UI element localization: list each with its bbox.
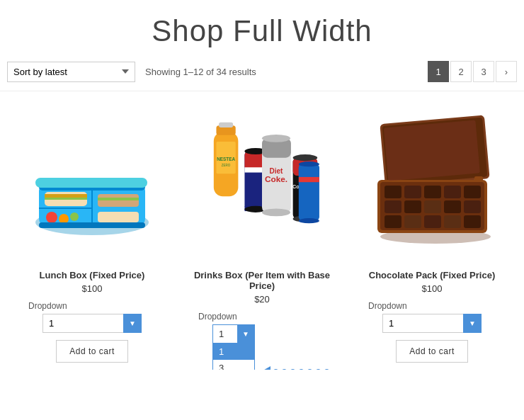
product-card-lunch-box: Lunch Box (Fixed Price) $100 Dropdown 12… <box>14 106 170 363</box>
svg-point-43 <box>299 161 319 166</box>
arrow-dot-1 <box>273 369 279 370</box>
qty-select-choc-pack[interactable]: 12345 <box>382 314 482 333</box>
qty-dropdown-choc-pack: 12345 <box>382 314 482 333</box>
arrow-pointer <box>261 366 330 370</box>
svg-rect-57 <box>404 200 421 213</box>
svg-rect-7 <box>45 194 87 198</box>
arrow-dot-6 <box>315 369 321 370</box>
trigger-arrow-drinks-box: ▼ <box>237 325 254 343</box>
product-card-choc-pack: Chocolate Pack (Fixed Price) $100 Dropdo… <box>354 106 510 363</box>
arrow-dot-3 <box>290 369 296 370</box>
svg-rect-63 <box>424 215 441 228</box>
arrow-head-icon <box>261 366 270 370</box>
svg-rect-65 <box>464 215 481 228</box>
svg-rect-58 <box>424 200 441 213</box>
qty-option-3[interactable]: 3 <box>213 360 254 370</box>
page-title: Shop Full Width <box>0 0 524 61</box>
add-to-cart-choc-pack[interactable]: Add to cart <box>396 340 468 363</box>
page-btn-2[interactable]: 2 <box>450 61 472 82</box>
svg-text:ZERO: ZERO <box>222 164 231 167</box>
sort-dropdown-container: Sort by latest Sort by price: low to hig… <box>7 62 135 82</box>
svg-text:NESTEA: NESTEA <box>217 157 235 161</box>
toolbar: Sort by latest Sort by price: low to hig… <box>0 61 524 91</box>
qty-dropdown-lunch-box: 12345 <box>42 314 142 333</box>
toolbar-left: Sort by latest Sort by price: low to hig… <box>7 62 256 82</box>
arrow-dot-2 <box>281 369 287 370</box>
add-to-cart-lunch-box[interactable]: Add to cart <box>56 340 128 363</box>
page-btn-3[interactable]: 3 <box>473 61 494 82</box>
arrow-dot-7 <box>324 369 330 370</box>
svg-point-32 <box>262 135 290 142</box>
svg-rect-54 <box>444 186 461 198</box>
product-image-choc-pack <box>361 106 503 261</box>
page-btn-1[interactable]: 1 <box>428 61 449 82</box>
svg-point-38 <box>293 154 318 161</box>
svg-rect-14 <box>35 178 147 188</box>
product-name-drinks-box: Drinks Box (Per Item with Base Price) <box>184 270 340 291</box>
svg-rect-62 <box>404 215 421 228</box>
product-image-lunch-box <box>21 106 163 261</box>
svg-text:Coke.: Coke. <box>265 174 287 184</box>
results-text: Showing 1–12 of 34 results <box>145 67 256 77</box>
trigger-arrow-icon: ▼ <box>242 330 249 338</box>
svg-rect-55 <box>464 186 481 198</box>
svg-point-9 <box>59 214 69 224</box>
svg-rect-59 <box>444 200 461 213</box>
products-grid: Lunch Box (Fixed Price) $100 Dropdown 12… <box>0 91 524 370</box>
page-btn-next[interactable]: › <box>496 61 517 82</box>
dropdown-label-drinks-box: Dropdown <box>184 312 237 322</box>
qty-select-lunch-box[interactable]: 12345 <box>42 314 142 333</box>
product-name-lunch-box: Lunch Box (Fixed Price) <box>40 270 145 280</box>
svg-point-10 <box>70 212 79 221</box>
svg-rect-56 <box>385 200 401 213</box>
svg-rect-18 <box>219 123 233 127</box>
product-card-drinks-box: NESTEA ZERO Diet Coke. Coca-Cola <box>184 106 340 363</box>
svg-rect-13 <box>98 212 139 222</box>
svg-rect-15 <box>39 222 145 228</box>
svg-rect-53 <box>424 186 441 198</box>
arrow-dot-5 <box>307 369 313 370</box>
product-image-drinks-box: NESTEA ZERO Diet Coke. Coca-Cola <box>191 106 333 261</box>
svg-rect-42 <box>299 177 319 182</box>
svg-point-33 <box>262 208 290 216</box>
dropdown-label-choc-pack: Dropdown <box>354 301 407 311</box>
dropdown-label-lunch-box: Dropdown <box>14 301 67 311</box>
svg-rect-60 <box>464 200 481 213</box>
qty-dropdown-drinks-box-trigger: 1 ▼ 1 3 5 7 9 11 13 15 <box>212 324 312 344</box>
svg-rect-61 <box>385 215 401 228</box>
svg-rect-66 <box>384 120 480 181</box>
svg-rect-64 <box>444 215 461 228</box>
product-price-lunch-box: $100 <box>82 283 103 294</box>
sort-select[interactable]: Sort by latest Sort by price: low to hig… <box>7 62 135 82</box>
product-name-choc-pack: Chocolate Pack (Fixed Price) <box>369 270 495 280</box>
qty-trigger-drinks-box[interactable]: 1 ▼ <box>212 324 255 344</box>
arrow-dots <box>273 369 330 370</box>
pagination: 1 2 3 › <box>428 61 517 82</box>
svg-rect-51 <box>385 186 401 198</box>
qty-option-1[interactable]: 1 <box>213 344 254 360</box>
svg-rect-12 <box>98 198 139 200</box>
arrow-dot-4 <box>298 369 304 370</box>
svg-point-44 <box>299 218 319 223</box>
product-price-choc-pack: $100 <box>422 283 443 294</box>
qty-dropdown-list-drinks-box: 1 3 5 7 9 11 13 15 <box>212 344 255 370</box>
product-price-drinks-box: $20 <box>254 294 270 305</box>
svg-point-8 <box>46 212 57 223</box>
svg-rect-52 <box>404 186 421 198</box>
